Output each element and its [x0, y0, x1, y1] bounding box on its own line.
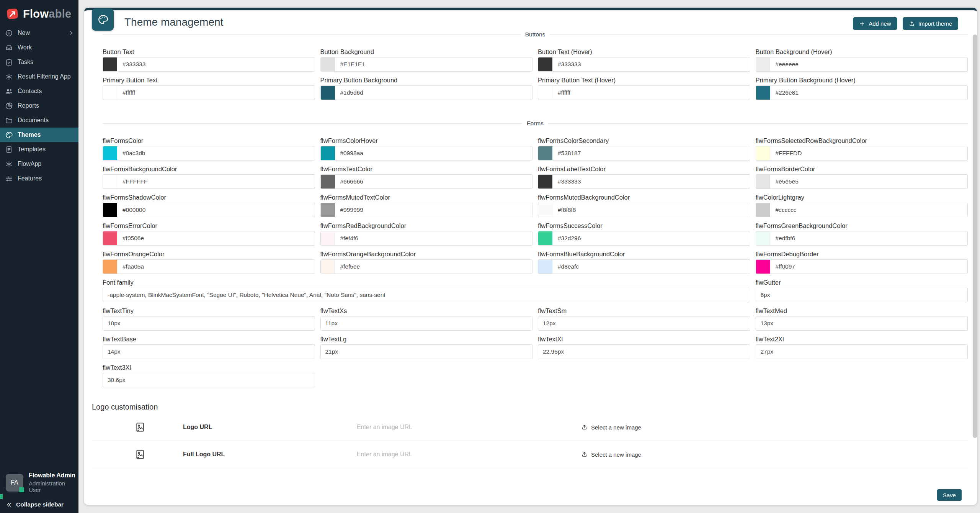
sidebar-item-templates[interactable]: Templates — [0, 142, 78, 157]
color-swatch[interactable] — [756, 203, 770, 217]
add-new-button[interactable]: Add new — [853, 17, 897, 30]
color-swatch[interactable] — [103, 146, 117, 160]
field-input[interactable]: #ff0097 — [756, 259, 968, 274]
field-input[interactable]: 14px — [103, 344, 315, 359]
sidebar-item-flowapp[interactable]: FlowApp — [0, 157, 78, 171]
field-input[interactable]: 12px — [538, 316, 750, 331]
field-input[interactable]: #f8f8f8 — [538, 203, 750, 217]
select-image-button[interactable]: Select a new image — [581, 424, 641, 431]
field-input[interactable]: #faa05a — [103, 259, 315, 274]
field-input[interactable]: #000000 — [103, 203, 315, 217]
field-input[interactable]: #E1E1E1 — [320, 57, 533, 72]
color-swatch[interactable] — [321, 260, 335, 274]
field-input[interactable]: 22.95px — [538, 344, 750, 359]
sidebar-item-themes[interactable]: Themes — [0, 128, 78, 142]
field-input[interactable]: #32d296 — [538, 231, 750, 246]
field-input[interactable]: #999999 — [320, 203, 533, 217]
field-input[interactable]: #e5e5e5 — [756, 174, 968, 189]
color-swatch[interactable] — [756, 175, 770, 188]
field-input[interactable]: 13px — [756, 316, 968, 331]
sidebar-item-reports[interactable]: Reports — [0, 98, 78, 113]
sidebar-item-features[interactable]: Features — [0, 171, 78, 186]
field-input[interactable]: #fef5ee — [320, 259, 533, 274]
field-input[interactable]: 27px — [756, 344, 968, 359]
field-input[interactable]: 21px — [320, 344, 533, 359]
scrollbar-thumb[interactable] — [973, 34, 977, 438]
field-input[interactable]: #f0506e — [103, 231, 315, 246]
color-swatch[interactable] — [103, 86, 117, 100]
field-input[interactable]: #333333 — [103, 57, 315, 72]
field-input[interactable]: #666666 — [320, 174, 533, 189]
field-input[interactable]: #1d5d6d — [320, 85, 533, 100]
theme-fields-area: ButtonsButton Text#333333Button Backgrou… — [103, 30, 968, 387]
field-input[interactable]: #333333 — [538, 174, 750, 189]
import-theme-button[interactable]: Import theme — [903, 17, 958, 30]
flowable-logo[interactable]: Flowable — [0, 0, 78, 21]
fields-grid-buttons: Button Text#333333Button Background#E1E1… — [103, 48, 968, 100]
color-swatch[interactable] — [103, 203, 117, 217]
theme-field-flwformsmutedtextcolor: flwFormsMutedTextColor#999999 — [320, 193, 533, 217]
field-input[interactable]: #ffffff — [103, 85, 315, 100]
field-input[interactable]: #cccccc — [756, 203, 968, 217]
field-input[interactable]: #0998aa — [320, 146, 533, 161]
sidebar-item-contacts[interactable]: Contacts — [0, 84, 78, 98]
sidebar-item-result-filtering-app[interactable]: Result Filtering App — [0, 69, 78, 84]
sidebar-item-label: Contacts — [18, 88, 42, 95]
color-swatch[interactable] — [538, 203, 552, 217]
field-value: 10px — [108, 320, 121, 327]
color-swatch[interactable] — [756, 231, 770, 245]
palette-icon — [5, 131, 13, 139]
color-swatch[interactable] — [321, 203, 335, 217]
field-input[interactable]: #d8eafc — [538, 259, 750, 274]
field-input[interactable]: #eeeeee — [756, 57, 968, 72]
user-block[interactable]: FA Flowable Admin Administration User — [6, 472, 78, 493]
color-swatch[interactable] — [321, 231, 335, 245]
sidebar-item-tasks[interactable]: Tasks — [0, 55, 78, 69]
field-input[interactable]: 30.6px — [103, 373, 315, 387]
avatar[interactable]: FA — [6, 474, 23, 492]
sidebar-item-work[interactable]: Work — [0, 40, 78, 55]
field-value: 14px — [108, 348, 121, 355]
color-swatch[interactable] — [756, 146, 770, 160]
color-swatch[interactable] — [321, 146, 335, 160]
theme-field-flwformsselectedrowbackgroundcolor: flwFormsSelectedRowBackgroundColor#FFFFD… — [756, 137, 968, 161]
color-swatch[interactable] — [538, 175, 552, 188]
select-image-button[interactable]: Select a new image — [581, 451, 641, 458]
sidebar-item-new[interactable]: New — [0, 26, 78, 40]
field-input[interactable]: 10px — [103, 316, 315, 331]
color-swatch[interactable] — [756, 260, 770, 274]
field-input[interactable]: #333333 — [538, 57, 750, 72]
color-swatch[interactable] — [538, 260, 552, 274]
field-input[interactable]: #ffffff — [538, 85, 750, 100]
field-input[interactable]: #226e81 — [756, 85, 968, 100]
color-swatch[interactable] — [756, 57, 770, 71]
color-swatch[interactable] — [321, 86, 335, 100]
color-swatch[interactable] — [538, 86, 552, 100]
color-swatch[interactable] — [103, 175, 117, 188]
collapse-sidebar-button[interactable]: Collapse sidebar — [6, 501, 64, 508]
color-swatch[interactable] — [103, 231, 117, 245]
sidebar-item-label: Templates — [18, 146, 46, 153]
field-input[interactable]: -apple-system, BlinkMacSystemFont, "Sego… — [103, 288, 750, 302]
field-input[interactable]: #FFFFFF — [103, 174, 315, 189]
field-input[interactable]: 11px — [320, 316, 533, 331]
image-url-input[interactable] — [357, 451, 564, 458]
color-swatch[interactable] — [103, 260, 117, 274]
field-input[interactable]: 6px — [756, 288, 968, 302]
color-swatch[interactable] — [321, 57, 335, 71]
field-input[interactable]: #edfbf6 — [756, 231, 968, 246]
field-input[interactable]: #538187 — [538, 146, 750, 161]
color-swatch[interactable] — [756, 86, 770, 100]
image-url-input[interactable] — [357, 424, 564, 431]
field-input[interactable]: #FFFFDD — [756, 146, 968, 161]
save-button[interactable]: Save — [937, 489, 962, 501]
color-swatch[interactable] — [538, 146, 552, 160]
color-swatch[interactable] — [538, 231, 552, 245]
color-swatch[interactable] — [538, 57, 552, 71]
field-input[interactable]: #0ac3db — [103, 146, 315, 161]
sidebar-item-documents[interactable]: Documents — [0, 113, 78, 128]
field-value: -apple-system, BlinkMacSystemFont, "Sego… — [108, 292, 385, 298]
field-input[interactable]: #fef4f6 — [320, 231, 533, 246]
color-swatch[interactable] — [321, 175, 335, 188]
color-swatch[interactable] — [103, 57, 117, 71]
